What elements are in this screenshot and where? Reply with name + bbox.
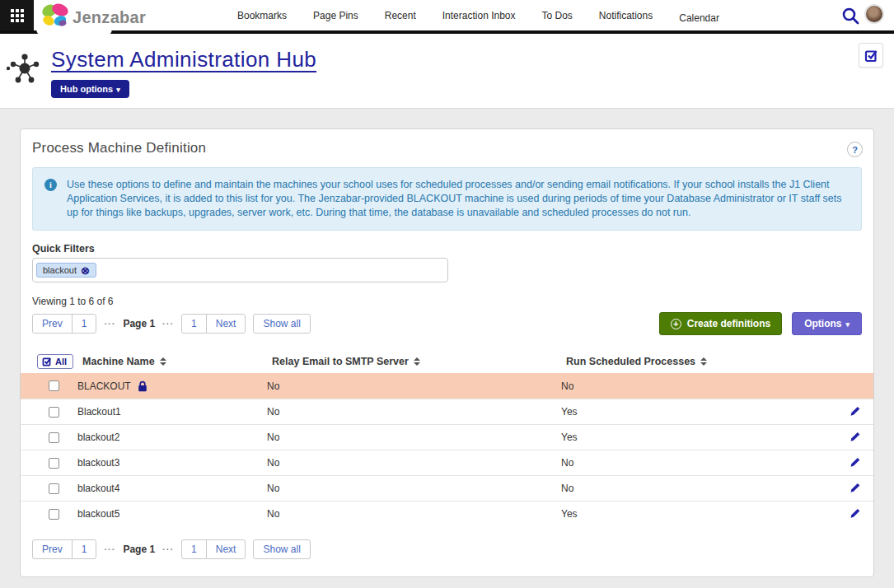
- panel-title: Process Machine Definition: [32, 140, 206, 156]
- machines-table: All Machine Name Relay Email to SMTP Ser…: [21, 350, 873, 526]
- edit-page-button[interactable]: [859, 43, 883, 68]
- edit-button[interactable]: [848, 404, 863, 421]
- show-all-button[interactable]: Show all: [253, 539, 310, 559]
- run-cell: Yes: [561, 432, 837, 443]
- select-all-button[interactable]: All: [37, 354, 73, 369]
- column-header-run-scheduled[interactable]: Run Scheduled Processes: [566, 356, 873, 367]
- ellipsis: ···: [104, 544, 115, 554]
- viewing-count: Viewing 1 to 6 of 6: [32, 296, 862, 307]
- menu-item-to-dos[interactable]: To Dos: [542, 10, 573, 21]
- jenzabar-logo[interactable]: Jenzabar: [41, 3, 146, 28]
- search-button[interactable]: [841, 7, 859, 25]
- run-cell: Yes: [561, 406, 837, 418]
- checkbox-check-icon: [864, 49, 878, 63]
- menu-item-recent[interactable]: Recent: [385, 10, 416, 21]
- prev-button[interactable]: Prev: [33, 540, 72, 558]
- pencil-icon: [850, 431, 861, 442]
- ellipsis: ···: [104, 319, 115, 329]
- hub-options-button[interactable]: Hub options▾: [51, 80, 129, 98]
- relay-cell: No: [267, 457, 561, 469]
- table-row: BLACKOUT No No: [21, 373, 873, 399]
- menu-item-bookmarks[interactable]: Bookmarks: [237, 10, 287, 21]
- row-checkbox[interactable]: [49, 509, 59, 520]
- app-grid-icon: [11, 9, 24, 22]
- page-number-button[interactable]: 1: [72, 315, 96, 333]
- edit-button[interactable]: [848, 480, 863, 497]
- pencil-icon: [850, 482, 861, 493]
- row-checkbox[interactable]: [49, 432, 59, 443]
- menu-item-notifications[interactable]: Notifications: [599, 10, 653, 21]
- filter-chip: blackout ⊗: [36, 263, 96, 278]
- info-box: i Use these options to define and mainta…: [32, 167, 862, 231]
- pencil-icon: [850, 456, 861, 468]
- column-header-relay-email[interactable]: Relay Email to SMTP Server: [272, 356, 566, 367]
- relay-cell: No: [267, 432, 561, 443]
- machine-name-cell: blackout4: [77, 483, 267, 494]
- show-all-button[interactable]: Show all: [253, 314, 310, 334]
- hub-icon: [7, 50, 43, 88]
- help-button[interactable]: ?: [847, 142, 863, 157]
- row-checkbox[interactable]: [49, 458, 59, 469]
- machine-name-cell: Blackout1: [77, 406, 267, 418]
- options-button[interactable]: Options▾: [792, 312, 862, 335]
- caret-down-icon: ▾: [116, 86, 120, 94]
- table-row: blackout2 No Yes: [21, 424, 873, 450]
- run-cell: No: [561, 380, 837, 392]
- row-checkbox[interactable]: [49, 380, 59, 391]
- ellipsis: ···: [162, 544, 174, 554]
- content-area: Process Machine Definition ? i Use these…: [0, 108, 894, 588]
- current-page-label: Page 1: [123, 544, 155, 555]
- sort-icon: [414, 357, 420, 366]
- create-definitions-button[interactable]: + Create definitions: [659, 312, 782, 335]
- table-header: All Machine Name Relay Email to SMTP Ser…: [21, 350, 873, 373]
- pencil-icon: [850, 507, 861, 519]
- menu-item-page-pins[interactable]: Page Pins: [313, 10, 358, 21]
- column-header-machine-name[interactable]: Machine Name: [82, 356, 272, 367]
- page-title-link[interactable]: System Administration Hub: [51, 47, 316, 72]
- quick-filters-input[interactable]: blackout ⊗: [32, 258, 448, 282]
- menu-item-interaction-inbox[interactable]: Interaction Inbox: [442, 10, 516, 21]
- table-row: blackout3 No No: [21, 450, 873, 475]
- next-button[interactable]: Next: [206, 315, 246, 333]
- table-row: blackout4 No No: [21, 475, 873, 501]
- sort-icon: [160, 357, 166, 366]
- chip-close-icon[interactable]: ⊗: [81, 266, 90, 275]
- help-icon: ?: [852, 145, 858, 155]
- navbar-menu: Bookmarks Page Pins Recent Interaction I…: [237, 0, 719, 30]
- row-checkbox[interactable]: [49, 407, 59, 418]
- edit-button[interactable]: [848, 429, 863, 446]
- lock-icon: [138, 380, 147, 392]
- edit-button[interactable]: [848, 455, 863, 472]
- info-icon: i: [44, 179, 57, 191]
- filter-chip-label: blackout: [43, 265, 77, 275]
- page-number-button[interactable]: 1: [72, 540, 96, 558]
- user-avatar[interactable]: [864, 4, 884, 24]
- app-grid-button[interactable]: [0, 0, 34, 30]
- relay-cell: No: [267, 483, 561, 494]
- relay-cell: No: [267, 508, 561, 520]
- process-machine-panel: Process Machine Definition ? i Use these…: [20, 128, 874, 577]
- sort-icon: [700, 357, 707, 366]
- plus-icon: +: [671, 319, 681, 329]
- machine-name-cell: blackout3: [77, 457, 267, 469]
- caret-down-icon: ▾: [845, 320, 850, 329]
- table-row: blackout5 No Yes: [21, 501, 873, 526]
- menu-item-calendar[interactable]: Calendar: [679, 12, 719, 24]
- machine-name-cell: BLACKOUT: [77, 380, 267, 392]
- machine-name-cell: blackout5: [77, 508, 267, 520]
- run-cell: Yes: [561, 508, 837, 520]
- prev-button[interactable]: Prev: [33, 315, 72, 333]
- edit-button[interactable]: [848, 506, 863, 523]
- row-checkbox[interactable]: [49, 483, 59, 494]
- current-page-label: Page 1: [123, 318, 155, 329]
- relay-cell: No: [267, 380, 561, 392]
- page-number-button[interactable]: 1: [182, 540, 206, 558]
- info-text: Use these options to define and maintain…: [67, 178, 848, 220]
- page-header: System Administration Hub Hub options▾: [0, 34, 894, 108]
- next-button[interactable]: Next: [206, 540, 246, 558]
- page-number-button[interactable]: 1: [182, 315, 206, 333]
- ellipsis: ···: [162, 319, 174, 329]
- table-row: Blackout1 No Yes: [21, 399, 873, 424]
- relay-cell: No: [267, 406, 561, 418]
- run-cell: No: [561, 457, 837, 469]
